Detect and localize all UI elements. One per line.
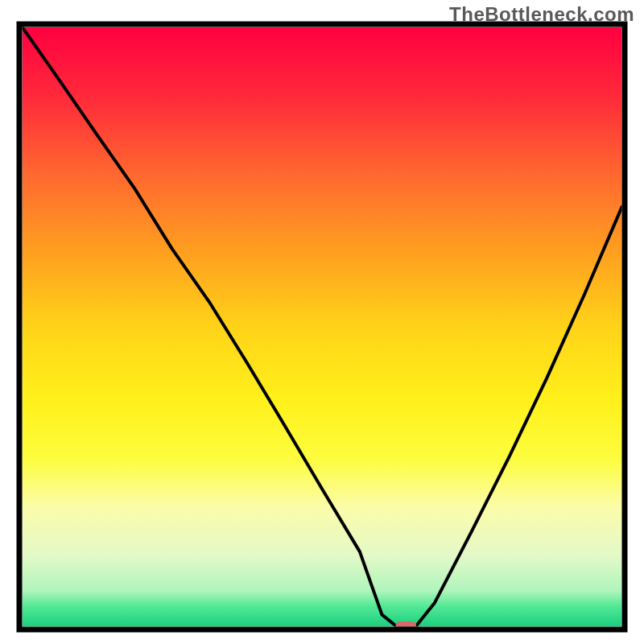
watermark-text: TheBottleneck.com (449, 3, 634, 26)
bottleneck-chart: TheBottleneck.com (0, 0, 644, 644)
chart-svg (0, 0, 644, 644)
gradient-background (23, 27, 622, 627)
